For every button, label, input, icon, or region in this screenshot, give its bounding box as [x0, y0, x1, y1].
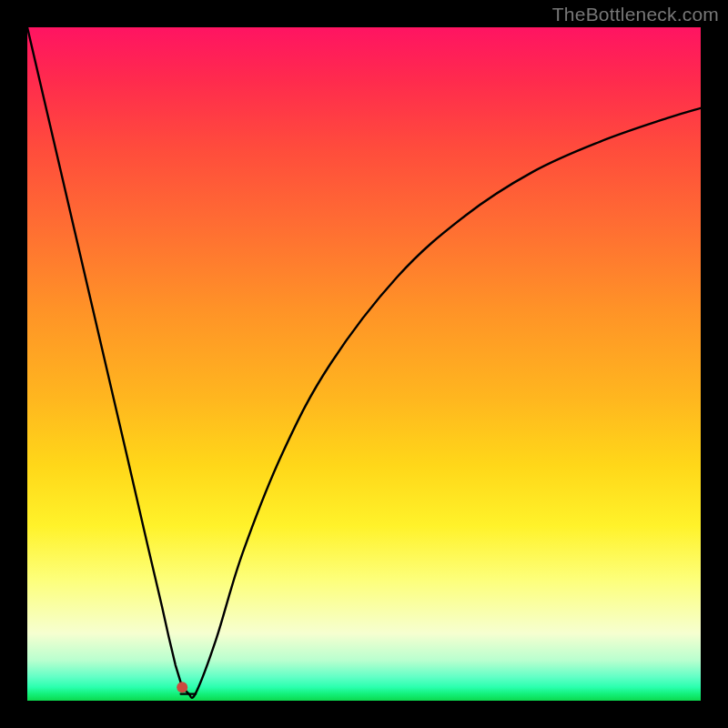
watermark-text: TheBottleneck.com	[552, 4, 719, 25]
curve-group	[27, 27, 701, 698]
chart-frame: TheBottleneck.com	[0, 0, 728, 728]
plot-area	[27, 27, 701, 701]
curve-svg	[27, 27, 701, 701]
marker-dot	[177, 682, 187, 693]
bottleneck-curve	[27, 27, 701, 698]
